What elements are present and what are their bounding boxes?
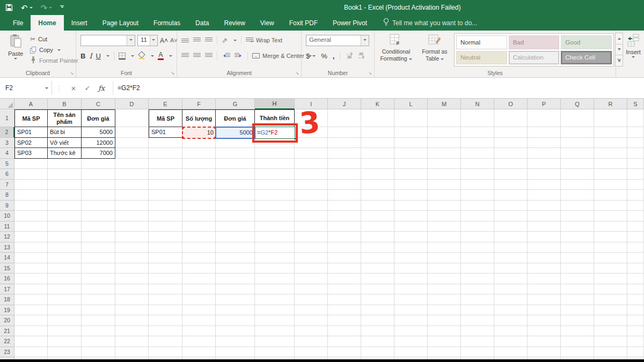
increase-decimal-button[interactable]: ←.0 .00 bbox=[346, 53, 352, 60]
cell-L2[interactable] bbox=[394, 127, 428, 138]
cell-R5[interactable] bbox=[594, 159, 627, 169]
cell-J2[interactable] bbox=[328, 127, 361, 138]
cell-N17[interactable] bbox=[461, 284, 494, 295]
column-header-P[interactable]: P bbox=[528, 99, 561, 109]
cell-S11[interactable] bbox=[627, 221, 644, 232]
cell-E14[interactable] bbox=[149, 253, 182, 263]
cell-G13[interactable] bbox=[216, 242, 255, 253]
cell-A12[interactable] bbox=[14, 232, 48, 242]
cell-B3[interactable]: Vở viết bbox=[48, 138, 82, 149]
cell-C1[interactable]: Đơn giá bbox=[82, 109, 115, 127]
cell-N6[interactable] bbox=[461, 169, 494, 180]
column-header-K[interactable]: K bbox=[361, 99, 394, 109]
cell-A21[interactable] bbox=[14, 326, 48, 337]
cell-A16[interactable] bbox=[14, 274, 48, 284]
cell-J10[interactable] bbox=[328, 211, 361, 221]
cell-M2[interactable] bbox=[428, 127, 461, 138]
cell-J15[interactable] bbox=[328, 263, 361, 274]
cell-K7[interactable] bbox=[361, 180, 394, 190]
cell-K18[interactable] bbox=[361, 294, 394, 305]
cell-N9[interactable] bbox=[461, 201, 494, 211]
cell-P10[interactable] bbox=[528, 211, 561, 221]
align-right-button[interactable] bbox=[205, 53, 213, 58]
cell-F11[interactable] bbox=[182, 221, 216, 232]
cell-L23[interactable] bbox=[394, 347, 428, 358]
cell-R16[interactable] bbox=[594, 274, 627, 284]
cell-R17[interactable] bbox=[594, 284, 627, 295]
cell-S17[interactable] bbox=[627, 284, 644, 295]
row-header-4[interactable]: 4 bbox=[0, 148, 14, 159]
cell-C9[interactable] bbox=[82, 201, 115, 211]
cell-Q18[interactable] bbox=[561, 294, 594, 305]
cell-P16[interactable] bbox=[528, 274, 561, 284]
cell-K16[interactable] bbox=[361, 274, 394, 284]
cell-N16[interactable] bbox=[461, 274, 494, 284]
cell-F3[interactable] bbox=[182, 138, 216, 149]
cell-P8[interactable] bbox=[528, 190, 561, 201]
cell-N15[interactable] bbox=[461, 263, 494, 274]
tab-file[interactable]: File bbox=[5, 15, 31, 31]
cell-B2[interactable]: Bút bi bbox=[48, 127, 82, 138]
cell-A9[interactable] bbox=[14, 201, 48, 211]
cell-B18[interactable] bbox=[48, 294, 82, 305]
cell-G16[interactable] bbox=[216, 274, 255, 284]
cell-M7[interactable] bbox=[428, 180, 461, 190]
cell-H21[interactable] bbox=[255, 326, 295, 337]
cell-N23[interactable] bbox=[461, 347, 494, 358]
cell-F14[interactable] bbox=[182, 253, 216, 263]
row-header-9[interactable]: 9 bbox=[0, 201, 14, 211]
cell-J8[interactable] bbox=[328, 190, 361, 201]
cell-L7[interactable] bbox=[394, 180, 428, 190]
cell-F23[interactable] bbox=[182, 347, 216, 358]
row-header-1[interactable]: 1 bbox=[0, 109, 14, 127]
cell-A17[interactable] bbox=[14, 284, 48, 295]
cell-G17[interactable] bbox=[216, 284, 255, 295]
cell-G19[interactable] bbox=[216, 305, 255, 316]
cell-S6[interactable] bbox=[627, 169, 644, 180]
cell-C21[interactable] bbox=[82, 326, 115, 337]
cell-J21[interactable] bbox=[328, 326, 361, 337]
cell-N20[interactable] bbox=[461, 315, 494, 326]
cell-M9[interactable] bbox=[428, 201, 461, 211]
cell-Q5[interactable] bbox=[561, 159, 594, 169]
column-header-Q[interactable]: Q bbox=[561, 99, 594, 109]
cell-A5[interactable] bbox=[14, 159, 48, 169]
cell-R1[interactable] bbox=[594, 109, 627, 127]
cell-style-good[interactable]: Good bbox=[561, 35, 612, 49]
borders-button[interactable] bbox=[119, 53, 126, 60]
cell-I22[interactable] bbox=[295, 336, 328, 347]
top-align-button[interactable] bbox=[181, 39, 189, 42]
cell-style-normal[interactable]: Normal bbox=[456, 35, 507, 49]
cell-P1[interactable] bbox=[528, 109, 561, 127]
cell-style-calculation[interactable]: Calculation bbox=[509, 51, 560, 65]
cell-E21[interactable] bbox=[149, 326, 182, 337]
cell-I15[interactable] bbox=[295, 263, 328, 274]
cell-J12[interactable] bbox=[328, 232, 361, 242]
cell-Q7[interactable] bbox=[561, 180, 594, 190]
cell-B15[interactable] bbox=[48, 263, 82, 274]
tab-page-layout[interactable]: Page Layout bbox=[95, 15, 146, 31]
cell-G5[interactable] bbox=[216, 159, 255, 169]
cell-R7[interactable] bbox=[594, 180, 627, 190]
cell-C2[interactable]: 5000 bbox=[82, 127, 115, 138]
format-as-table-dropdown-icon[interactable] bbox=[441, 58, 444, 62]
cell-R2[interactable] bbox=[594, 127, 627, 138]
cell-J22[interactable] bbox=[328, 336, 361, 347]
cell-E16[interactable] bbox=[149, 274, 182, 284]
cell-N2[interactable] bbox=[461, 127, 494, 138]
cell-K10[interactable] bbox=[361, 211, 394, 221]
cell-O4[interactable] bbox=[494, 148, 528, 159]
cell-F5[interactable] bbox=[182, 159, 216, 169]
row-header-7[interactable]: 7 bbox=[0, 180, 14, 190]
cell-L13[interactable] bbox=[394, 242, 428, 253]
cell-B14[interactable] bbox=[48, 253, 82, 263]
column-header-R[interactable]: R bbox=[594, 99, 627, 109]
cell-A20[interactable] bbox=[14, 315, 48, 326]
row-header-2[interactable]: 2 bbox=[0, 127, 14, 138]
cell-B13[interactable] bbox=[48, 242, 82, 253]
cell-A7[interactable] bbox=[14, 180, 48, 190]
cell-A13[interactable] bbox=[14, 242, 48, 253]
cell-E20[interactable] bbox=[149, 315, 182, 326]
cell-R10[interactable] bbox=[594, 211, 627, 221]
cell-B4[interactable]: Thước kẻ bbox=[48, 148, 82, 159]
